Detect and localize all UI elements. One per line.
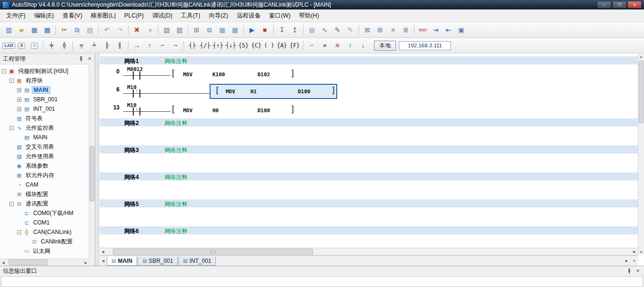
scrollbar-track[interactable] <box>638 60 644 249</box>
contact-open-button[interactable]: ┤├ <box>186 40 198 51</box>
draw-line-up-button[interactable]: ↑ <box>144 40 156 51</box>
network-header[interactable]: 网络4网络注释 <box>100 172 638 180</box>
instr-counter-button[interactable]: {C} <box>250 40 262 51</box>
scrollbar-thumb[interactable] <box>639 61 644 123</box>
print-button[interactable]: ▧ <box>161 24 173 36</box>
tab-sbr-001[interactable]: ▤SBR_001 <box>138 257 178 266</box>
menu-item-wizard[interactable]: 向导(Z) <box>204 10 232 21</box>
tree-item-module-config[interactable]: ⊞模块配置 <box>0 189 89 199</box>
expander-minus-icon[interactable]: - <box>17 230 21 234</box>
contact-operand-label[interactable]: M8012 <box>127 66 143 72</box>
expander-minus-icon[interactable]: - <box>9 79 14 83</box>
scrollbar-thumb[interactable] <box>9 260 47 265</box>
tree-item-program-blocks[interactable]: -▦程序块 <box>0 76 89 85</box>
menu-item-view[interactable]: 查看(V) <box>58 10 87 21</box>
network-header[interactable]: 网络5网络注释 <box>100 199 638 207</box>
expander-plus-icon[interactable]: + <box>17 88 21 92</box>
tile-windows-button[interactable]: ▦ <box>216 24 228 36</box>
tab-scroll-left-button[interactable]: ◀ <box>100 257 107 264</box>
menu-item-ladder[interactable]: 梯形图(L) <box>86 10 120 21</box>
ladder-rung[interactable]: 0M8012[MOVK100D102] <box>123 64 638 82</box>
read-mode-button[interactable]: ✎ <box>344 24 356 36</box>
draw-line-right-button[interactable]: → <box>131 40 143 51</box>
delete-column-button[interactable]: ╢ <box>114 40 126 51</box>
menu-item-window[interactable]: 窗口(W) <box>265 10 294 21</box>
tree-item-canlink-config[interactable]: ⊡CANlink配置 <box>0 237 89 246</box>
instruction-operand-1[interactable]: H1 <box>250 89 257 94</box>
save-button[interactable]: ▦ <box>28 24 40 36</box>
output-panel-body[interactable] <box>1 276 643 287</box>
panel-splitter[interactable] <box>95 54 99 266</box>
tab-scroll-right-button[interactable]: ▶ <box>623 257 630 264</box>
instruction-operand-2[interactable]: D100 <box>258 108 270 113</box>
output-close-icon[interactable]: ✕ <box>635 268 641 274</box>
contact-closed-button[interactable]: ┤/├ <box>199 40 211 51</box>
tree-item-com0[interactable]: ⊏COM0(下载/HM <box>0 208 89 218</box>
redo-button[interactable]: ↷ <box>114 24 126 36</box>
tree-item-program-int-001[interactable]: +▤INT_001 <box>0 104 89 114</box>
menu-item-file[interactable]: 文件(F) <box>2 10 30 21</box>
network-content[interactable] <box>100 207 638 226</box>
find-button[interactable]: ⌕ <box>144 24 156 36</box>
menu-item-tools[interactable]: 工具(T) <box>176 10 204 21</box>
local-mode-button[interactable]: 本地 <box>374 41 396 51</box>
move-down-button[interactable]: ↓ <box>357 40 369 51</box>
expander-minus-icon[interactable]: - <box>9 202 14 206</box>
draw-hline-button[interactable]: ─ <box>306 40 318 51</box>
arrange-windows-button[interactable]: ▩ <box>229 24 241 36</box>
insert-row-button[interactable]: ╤ <box>75 40 87 51</box>
tab-close-button[interactable]: ✕ <box>631 257 638 264</box>
instruction-open-bracket[interactable]: [ <box>171 106 175 114</box>
selected-instruction-box[interactable]: [MOVH1D100] <box>210 84 337 99</box>
run-button[interactable]: ▶ <box>246 24 258 36</box>
contact-rising-button[interactable]: ┤↑├ <box>212 40 224 51</box>
instruction-open-bracket[interactable]: [ <box>171 70 175 78</box>
jump-in-button[interactable]: ⇥ <box>430 24 442 36</box>
scrollbar-thumb[interactable] <box>90 146 94 201</box>
stop-button[interactable]: ■ <box>259 24 271 36</box>
delete-row-button[interactable]: ╧ <box>88 40 100 51</box>
copy-button[interactable]: ⧉ <box>71 24 83 36</box>
ladder-rung[interactable]: 6M10↑[MOVH1D100] <box>123 82 638 100</box>
tree-item-device-memory[interactable]: ▦软元件内存 <box>0 170 89 180</box>
undo-button[interactable]: ↶ <box>101 24 113 36</box>
menu-item-debug[interactable]: 调试(D) <box>148 10 176 21</box>
plc-ip-address-field[interactable]: 192.168.3.111 <box>399 41 451 50</box>
instruction-operand-1[interactable]: K100 <box>212 72 225 77</box>
instruction-open-bracket[interactable]: [ <box>215 87 220 95</box>
network-content[interactable] <box>100 180 638 199</box>
sfc-step-alt-button[interactable]: S <box>28 40 40 51</box>
menu-item-edit[interactable]: 编辑(E) <box>30 10 58 21</box>
ladder-view[interactable]: 网络1网络注释0M8012[MOVK100D102]6M10↑[MOVH1D10… <box>100 54 638 248</box>
move-up-button[interactable]: ↑ <box>344 40 356 51</box>
scroll-right-arrow[interactable]: ▶ <box>83 261 89 264</box>
convert-ladder-button[interactable]: ⊠ <box>361 24 373 36</box>
scroll-up-arrow[interactable]: ▲ <box>638 54 644 60</box>
jump-out-button[interactable]: ⇤ <box>442 24 454 36</box>
menu-item-help[interactable]: 帮助(H) <box>295 10 323 21</box>
insert-cell-button[interactable]: ╪ <box>46 40 57 51</box>
save-all-button[interactable]: ▩ <box>41 24 53 36</box>
scrollbar-track[interactable] <box>106 248 631 255</box>
tree-item-comm-config[interactable]: -⊟通讯配置 <box>0 199 89 208</box>
new-project-button[interactable]: ▥ <box>3 24 15 36</box>
tree-item-project-root[interactable]: -▣伺服控制测试 [H3U] <box>0 66 89 76</box>
lad-mode-button[interactable]: LAD <box>3 40 15 51</box>
upload-from-plc-button[interactable]: ↥ <box>289 24 301 36</box>
delete-cell-button[interactable]: ╬ <box>58 40 70 51</box>
tree-item-cross-reference[interactable]: ▧交叉引用表 <box>0 142 89 152</box>
instruction-opcode[interactable]: MOV <box>183 108 193 113</box>
scroll-left-arrow[interactable]: ◀ <box>100 250 106 253</box>
monitor-mode-button[interactable]: ◎ <box>306 24 318 36</box>
instr-function-button[interactable]: {F} <box>289 40 301 51</box>
align-vertical-button[interactable]: ≣ <box>400 24 412 36</box>
open-project-button[interactable]: ▰ <box>16 24 28 36</box>
scroll-left-arrow[interactable]: ◀ <box>0 261 7 264</box>
paste-button[interactable]: ▤ <box>84 24 96 36</box>
delete-button[interactable]: ✖ <box>131 24 143 36</box>
network-header[interactable]: 网络3网络注释 <box>100 145 638 153</box>
write-mode-button[interactable]: ✎ <box>331 24 343 36</box>
expander-minus-icon[interactable]: - <box>2 69 6 73</box>
output-pin-icon[interactable] <box>626 268 633 274</box>
menu-item-plc[interactable]: PLC(P) <box>120 11 148 20</box>
